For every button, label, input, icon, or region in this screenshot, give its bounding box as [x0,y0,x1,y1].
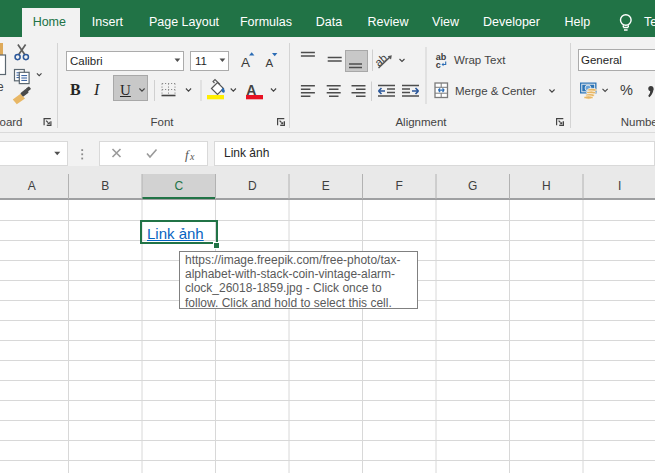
svg-text:e: e [0,80,4,94]
svg-text:A: A [241,55,250,70]
svg-text:x: x [189,151,195,162]
svg-text:A: A [266,57,274,69]
svg-text:c: c [436,60,441,70]
